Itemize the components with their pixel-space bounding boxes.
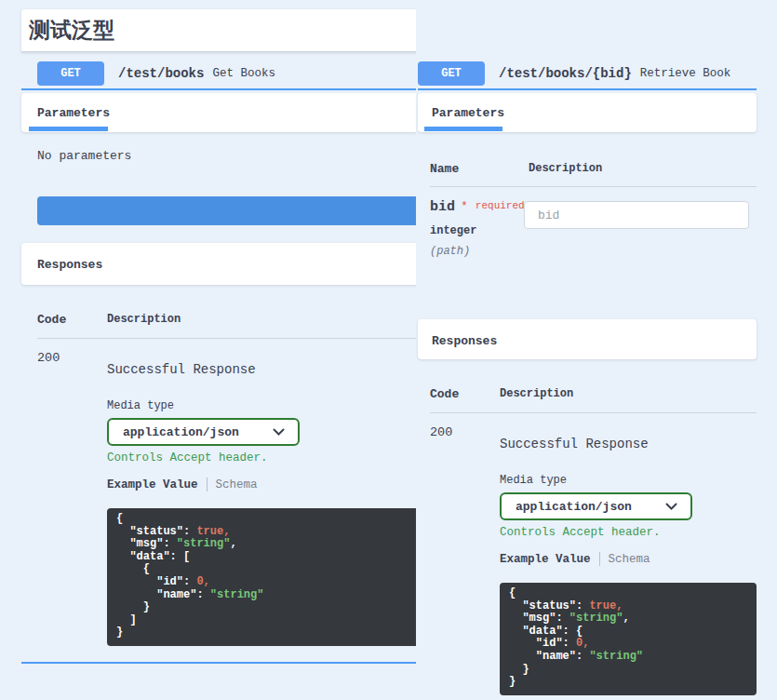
- status-code: 200: [430, 425, 500, 695]
- parameters-table: Name Description bid * required integer …: [430, 162, 777, 258]
- chevron-down-icon: [273, 428, 285, 437]
- controls-accept-note: Controls Accept header.: [107, 451, 416, 464]
- model-example-tabs: Example Value Schema: [500, 552, 777, 566]
- controls-accept-note: Controls Accept header.: [500, 526, 777, 539]
- tab-schema[interactable]: Schema: [216, 478, 258, 491]
- parameters-section-header: Parameters: [418, 93, 757, 132]
- table-divider: [37, 338, 416, 339]
- page-title: 测试泛型: [29, 16, 416, 45]
- response-row-200: 200 Successful Response Media type appli…: [37, 351, 416, 646]
- media-type-value: application/json: [516, 500, 665, 514]
- responses-table: Code Description 200 Successful Response…: [37, 313, 416, 646]
- responses-table-header: Code Description: [37, 313, 416, 327]
- description-column-header: Description: [500, 387, 777, 401]
- parameters-section-header: Parameters: [21, 93, 416, 132]
- endpoint-panel-books: 测试泛型 GET /test/books Get Books Parameter…: [0, 0, 416, 700]
- response-row-200: 200 Successful Response Media type appli…: [430, 425, 777, 695]
- model-example-tabs: Example Value Schema: [107, 478, 416, 491]
- parameters-table-header: Name Description: [430, 162, 777, 176]
- code-column-header: Code: [37, 313, 107, 327]
- media-type-value: application/json: [123, 425, 273, 439]
- media-type-label: Media type: [107, 399, 416, 412]
- http-method-badge: GET: [37, 61, 104, 86]
- media-type-label: Media type: [500, 474, 777, 487]
- table-divider: [430, 186, 757, 187]
- api-section-header: 测试泛型: [21, 9, 416, 52]
- no-parameters-text: No parameters: [37, 149, 416, 163]
- required-asterisk: *: [461, 199, 468, 213]
- example-json-code: { "status": true, "msg": "string", "data…: [500, 583, 757, 695]
- bid-input[interactable]: [524, 201, 749, 229]
- description-column-header: Description: [107, 313, 416, 327]
- endpoint-summary: Retrieve Book: [640, 67, 731, 80]
- responses-heading: Responses: [432, 334, 497, 348]
- endpoint-summary: Get Books: [212, 67, 275, 80]
- response-description: Successful Response: [107, 362, 416, 377]
- responses-table-header: Code Description: [430, 387, 777, 401]
- endpoint-path: /test/books/{bid}: [499, 66, 632, 81]
- media-type-select[interactable]: application/json: [107, 418, 300, 446]
- code-column-header: Code: [430, 387, 500, 401]
- active-tab-indicator: [424, 127, 502, 131]
- response-description: Successful Response: [500, 437, 777, 451]
- required-label: required: [476, 200, 525, 211]
- responses-heading: Responses: [37, 258, 102, 272]
- opblock-bottom-border: [21, 662, 416, 664]
- responses-table: Code Description 200 Successful Response…: [430, 387, 777, 695]
- tab-separator: [207, 478, 208, 491]
- responses-section-header: Responses: [418, 319, 757, 359]
- http-method-badge: GET: [418, 61, 485, 86]
- operation-header-retrieve-book[interactable]: GET /test/books/{bid} Retrieve Book: [418, 58, 757, 90]
- tab-example-value[interactable]: Example Value: [500, 553, 591, 566]
- example-json-code: { "status": true, "msg": "string", "data…: [107, 508, 416, 646]
- name-column-header: Name: [430, 162, 524, 176]
- operation-header-get-books[interactable]: GET /test/books Get Books: [21, 58, 416, 90]
- parameter-row-bid: bid * required integer (path): [430, 199, 777, 258]
- media-type-select[interactable]: application/json: [500, 492, 692, 520]
- endpoint-panel-book-by-id: GET /test/books/{bid} Retrieve Book Para…: [416, 0, 777, 700]
- tab-parameters[interactable]: Parameters: [37, 106, 110, 120]
- tab-parameters[interactable]: Parameters: [432, 106, 504, 120]
- chevron-down-icon: [665, 503, 677, 511]
- endpoint-path: /test/books: [118, 66, 204, 81]
- status-code: 200: [37, 351, 107, 646]
- tab-example-value[interactable]: Example Value: [107, 478, 198, 491]
- description-column-header: Description: [524, 162, 777, 176]
- parameter-type: integer: [430, 224, 524, 237]
- responses-section-header: Responses: [21, 243, 416, 285]
- tab-separator: [599, 552, 600, 566]
- parameter-location: (path): [430, 245, 524, 258]
- parameter-name: bid: [430, 199, 455, 215]
- table-divider: [430, 412, 757, 413]
- execute-button[interactable]: [37, 196, 416, 225]
- tab-schema[interactable]: Schema: [609, 553, 650, 566]
- active-tab-indicator: [29, 127, 108, 131]
